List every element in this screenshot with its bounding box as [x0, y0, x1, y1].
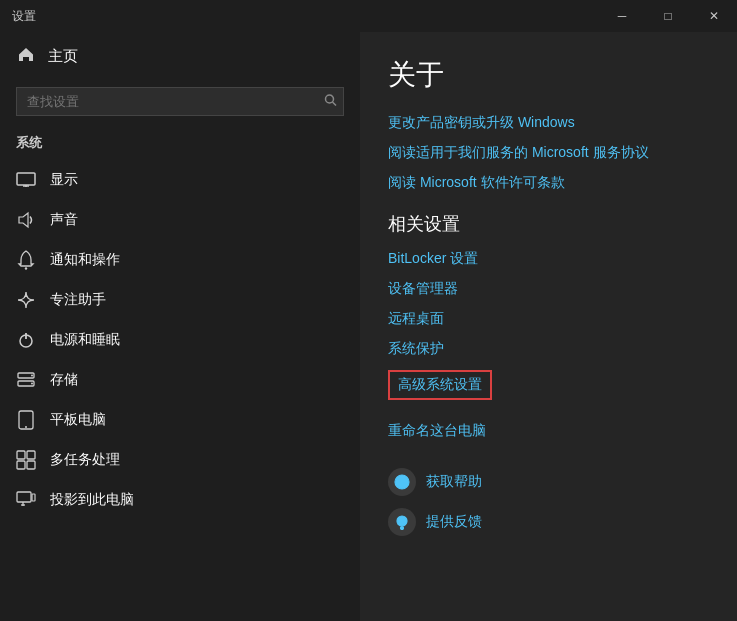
svg-point-6 — [25, 267, 27, 269]
search-icon-button[interactable] — [324, 93, 338, 110]
action-feedback[interactable]: Ai 提供反馈 — [388, 508, 709, 536]
home-icon — [16, 44, 36, 69]
link-rename-pc[interactable]: 重命名这台电脑 — [388, 422, 709, 440]
page-title: 关于 — [388, 56, 709, 94]
sidebar-item-home[interactable]: 主页 — [0, 32, 360, 81]
sidebar-item-focus[interactable]: 专注助手 — [0, 280, 360, 320]
search-box — [16, 87, 344, 116]
svg-text:?: ? — [399, 478, 404, 488]
sidebar-item-shared[interactable]: 投影到此电脑 — [0, 480, 360, 520]
search-input[interactable] — [16, 87, 344, 116]
storage-label: 存储 — [50, 371, 78, 389]
notification-icon — [16, 250, 36, 270]
maximize-button[interactable]: □ — [645, 0, 691, 32]
multitask-icon — [16, 450, 36, 470]
sidebar-item-display[interactable]: 显示 — [0, 160, 360, 200]
svg-rect-17 — [17, 461, 25, 469]
main-layout: 主页 系统 显示 — [0, 32, 737, 621]
focus-label: 专注助手 — [50, 291, 106, 309]
svg-point-12 — [31, 383, 33, 385]
related-section-heading: 相关设置 — [388, 212, 709, 236]
title-bar: 设置 ─ □ ✕ — [0, 0, 737, 32]
link-remote-desktop[interactable]: 远程桌面 — [388, 310, 709, 328]
sound-label: 声音 — [50, 211, 78, 229]
power-icon — [16, 330, 36, 350]
monitor-icon — [16, 170, 36, 190]
feedback-label: 提供反馈 — [426, 513, 482, 531]
get-help-label: 获取帮助 — [426, 473, 482, 491]
svg-point-14 — [25, 426, 27, 428]
sidebar-item-multitask[interactable]: 多任务处理 — [0, 440, 360, 480]
sound-icon — [16, 210, 36, 230]
svg-point-11 — [31, 375, 33, 377]
link-system-protection[interactable]: 系统保护 — [388, 340, 709, 358]
svg-marker-5 — [19, 213, 28, 227]
sidebar-item-sound[interactable]: 声音 — [0, 200, 360, 240]
link-device-manager[interactable]: 设备管理器 — [388, 280, 709, 298]
notifications-label: 通知和操作 — [50, 251, 120, 269]
svg-rect-20 — [32, 494, 35, 501]
sidebar-item-power[interactable]: 电源和睡眠 — [0, 320, 360, 360]
window-title: 设置 — [12, 8, 36, 25]
svg-point-0 — [326, 95, 334, 103]
focus-icon — [16, 290, 36, 310]
svg-text:Ai: Ai — [398, 518, 405, 527]
link-advanced-settings[interactable]: 高级系统设置 — [388, 370, 492, 400]
svg-rect-2 — [17, 173, 35, 185]
tablet-icon — [16, 410, 36, 430]
sidebar-item-notifications[interactable]: 通知和操作 — [0, 240, 360, 280]
feedback-icon-circle: Ai — [388, 508, 416, 536]
link-ms-license[interactable]: 阅读 Microsoft 软件许可条款 — [388, 174, 709, 192]
action-get-help[interactable]: ? 获取帮助 — [388, 468, 709, 496]
close-button[interactable]: ✕ — [691, 0, 737, 32]
help-icon-circle: ? — [388, 468, 416, 496]
power-label: 电源和睡眠 — [50, 331, 120, 349]
sidebar: 主页 系统 显示 — [0, 32, 360, 621]
storage-icon — [16, 370, 36, 390]
tablet-label: 平板电脑 — [50, 411, 106, 429]
svg-rect-19 — [17, 492, 31, 502]
link-change-key[interactable]: 更改产品密钥或升级 Windows — [388, 114, 709, 132]
sidebar-item-storage[interactable]: 存储 — [0, 360, 360, 400]
content-panel: 关于 更改产品密钥或升级 Windows 阅读适用于我们服务的 Microsof… — [360, 32, 737, 621]
display-label: 显示 — [50, 171, 78, 189]
sidebar-item-tablet[interactable]: 平板电脑 — [0, 400, 360, 440]
minimize-button[interactable]: ─ — [599, 0, 645, 32]
multitask-label: 多任务处理 — [50, 451, 120, 469]
svg-rect-15 — [17, 451, 25, 459]
home-label: 主页 — [48, 47, 78, 66]
sidebar-section-label: 系统 — [0, 128, 360, 160]
link-ms-agreement[interactable]: 阅读适用于我们服务的 Microsoft 服务协议 — [388, 144, 709, 162]
svg-line-1 — [333, 102, 337, 106]
shared-icon — [16, 490, 36, 510]
shared-label: 投影到此电脑 — [50, 491, 134, 509]
window-controls: ─ □ ✕ — [599, 0, 737, 32]
svg-rect-16 — [27, 451, 35, 459]
svg-rect-18 — [27, 461, 35, 469]
link-bitlocker[interactable]: BitLocker 设置 — [388, 250, 709, 268]
